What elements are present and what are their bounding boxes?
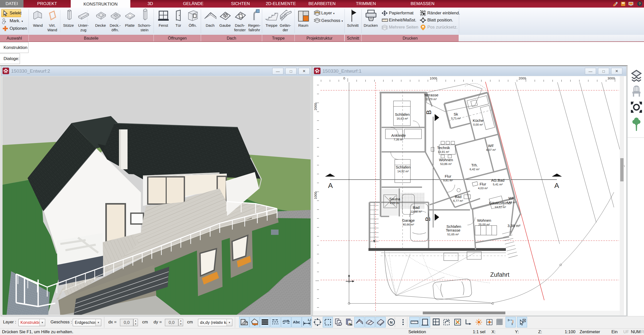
svg-text:Bad: Bad bbox=[413, 205, 420, 210]
svg-text:4,03 m²: 4,03 m² bbox=[478, 187, 488, 190]
svg-text:6,42 m²: 6,42 m² bbox=[470, 168, 480, 171]
svg-text:6,77 m²: 6,77 m² bbox=[453, 199, 463, 202]
svg-text:1: 1 bbox=[511, 323, 513, 325]
svg-text:3000: 3000 bbox=[608, 76, 615, 80]
svg-text:1000: 1000 bbox=[430, 76, 437, 80]
svg-text:3,71 m²: 3,71 m² bbox=[451, 117, 461, 120]
svg-text:13,91 m²: 13,91 m² bbox=[438, 150, 449, 153]
svg-text:16,63 m²: 16,63 m² bbox=[397, 117, 408, 120]
svg-text:Technik: Technik bbox=[437, 146, 450, 150]
svg-text:1,2: 1,2 bbox=[308, 318, 311, 321]
svg-text:53,86 m²: 53,86 m² bbox=[440, 162, 452, 165]
svg-text:Bad: Bad bbox=[455, 194, 462, 199]
svg-text:4,07 m²: 4,07 m² bbox=[486, 148, 496, 151]
svg-text:Sauna: Sauna bbox=[389, 197, 400, 201]
svg-text:Garage: Garage bbox=[402, 218, 415, 222]
svg-text:Küche: Küche bbox=[473, 118, 484, 123]
svg-text:25,00 m²: 25,00 m² bbox=[478, 223, 490, 226]
svg-text:Flur: Flur bbox=[445, 174, 451, 178]
svg-text:Abc: Abc bbox=[293, 320, 300, 324]
svg-text:Wohnen: Wohnen bbox=[477, 218, 491, 222]
svg-text:Gästezimmer: Gästezimmer bbox=[489, 201, 511, 205]
svg-text:Trh.: Trh. bbox=[471, 163, 478, 167]
svg-text:2000: 2000 bbox=[314, 103, 317, 110]
svg-text:3: 3 bbox=[508, 319, 509, 322]
svg-text:Wohnen: Wohnen bbox=[439, 158, 453, 162]
svg-text:11,79 m²: 11,79 m² bbox=[426, 98, 437, 101]
svg-text:Schlafen: Schlafen bbox=[395, 112, 410, 117]
svg-text:0,00 m²: 0,00 m² bbox=[473, 123, 483, 126]
svg-text:B: B bbox=[425, 110, 433, 115]
svg-text:Terrasse: Terrasse bbox=[424, 93, 438, 97]
svg-text:?: ? bbox=[639, 2, 641, 6]
svg-text:A: A bbox=[554, 182, 559, 189]
svg-text:51,65 m²: 51,65 m² bbox=[447, 233, 459, 236]
svg-text:0: 0 bbox=[343, 76, 345, 80]
svg-text:13,68 m²: 13,68 m² bbox=[410, 210, 422, 213]
svg-text:1000: 1000 bbox=[314, 192, 317, 199]
svg-text:Schlafen: Schlafen bbox=[396, 165, 410, 169]
svg-text:4,00 m²: 4,00 m² bbox=[390, 202, 400, 205]
svg-text:Terrasse: Terrasse bbox=[446, 228, 460, 232]
svg-text:Flur: Flur bbox=[480, 182, 486, 186]
svg-text:40,66 m²: 40,66 m² bbox=[403, 223, 414, 226]
svg-text:14,92 m²: 14,92 m² bbox=[397, 170, 409, 173]
svg-text:13,22 m²: 13,22 m² bbox=[494, 206, 506, 209]
svg-text:WF: WF bbox=[508, 196, 514, 200]
svg-text:B: B bbox=[424, 217, 432, 221]
svg-text:WF: WF bbox=[488, 144, 494, 148]
svg-text:3,38 m²: 3,38 m² bbox=[508, 224, 521, 228]
svg-text:A: A bbox=[328, 182, 333, 189]
svg-text:N: N bbox=[390, 320, 393, 324]
svg-text:7,35 m²: 7,35 m² bbox=[394, 138, 404, 141]
svg-text:AG.Bad: AG.Bad bbox=[491, 178, 505, 182]
svg-text:5,41 m²: 5,41 m² bbox=[493, 183, 503, 186]
svg-text:2000: 2000 bbox=[519, 76, 526, 80]
svg-text:Sk: Sk bbox=[454, 112, 458, 116]
svg-text:Zufahrt: Zufahrt bbox=[490, 271, 509, 278]
svg-text:ROOM: ROOM bbox=[283, 320, 290, 323]
svg-text:9,81 m²: 9,81 m² bbox=[443, 179, 453, 182]
svg-text:Ankleide: Ankleide bbox=[391, 133, 406, 137]
